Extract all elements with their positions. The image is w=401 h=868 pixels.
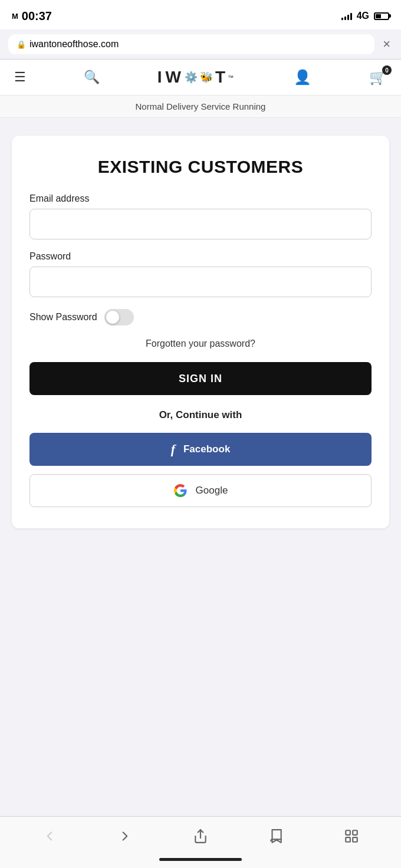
- logo-text: IW: [157, 68, 185, 87]
- svg-rect-4: [353, 837, 357, 842]
- account-icon[interactable]: 👤: [294, 69, 311, 86]
- svg-rect-1: [346, 830, 350, 835]
- google-icon: [173, 484, 188, 498]
- bookmarks-button[interactable]: [265, 825, 287, 847]
- search-icon[interactable]: 🔍: [84, 70, 100, 85]
- sign-in-button[interactable]: SIGN IN: [29, 362, 372, 395]
- cart-badge: 0: [382, 65, 392, 75]
- show-password-row: Show Password: [29, 309, 372, 326]
- show-password-label: Show Password: [29, 312, 97, 323]
- site-nav: ☰ 🔍 IW⚙️🐝T™ 👤 🛒 0: [0, 60, 401, 95]
- cart-wrapper[interactable]: 🛒 0: [369, 69, 387, 86]
- url-text: iwantoneofthose.com: [29, 39, 119, 50]
- delivery-banner: Normal Delivery Service Running: [0, 95, 401, 117]
- google-button[interactable]: Google: [29, 474, 372, 507]
- status-bar: M 00:37 4G: [0, 0, 401, 29]
- browser-bottom-nav: [0, 816, 401, 853]
- browser-bar: 🔒 iwantoneofthose.com ×: [0, 29, 401, 60]
- svg-rect-3: [346, 837, 350, 842]
- forgot-password-link[interactable]: Forgotten your password?: [29, 338, 372, 349]
- facebook-icon: f: [171, 442, 175, 457]
- logo-t: T: [215, 68, 226, 87]
- menu-icon[interactable]: ☰: [14, 70, 26, 85]
- facebook-button[interactable]: f Facebook: [29, 433, 372, 466]
- email-input[interactable]: [29, 209, 372, 239]
- home-indicator: [0, 853, 401, 868]
- tabs-button[interactable]: [340, 825, 363, 847]
- login-card: EXISTING CUSTOMERS Email address Passwor…: [12, 136, 389, 528]
- battery-icon: [374, 12, 389, 20]
- back-button[interactable]: [38, 825, 61, 847]
- carrier-icon: M: [12, 12, 18, 21]
- home-bar: [159, 858, 242, 861]
- status-left: M 00:37: [12, 9, 52, 23]
- close-tab-button[interactable]: ×: [380, 37, 393, 52]
- status-right: 4G: [341, 11, 389, 21]
- password-input[interactable]: [29, 267, 372, 297]
- show-password-toggle[interactable]: [104, 309, 134, 326]
- url-bar[interactable]: 🔒 iwantoneofthose.com: [8, 34, 374, 54]
- main-content: EXISTING CUSTOMERS Email address Passwor…: [0, 118, 401, 816]
- page-title: EXISTING CUSTOMERS: [29, 157, 372, 177]
- or-divider: Or, Continue with: [29, 409, 372, 421]
- logo-tm: ™: [228, 74, 236, 81]
- site-header: ☰ 🔍 IW⚙️🐝T™ 👤 🛒 0 Normal Delivery Servic…: [0, 60, 401, 118]
- toggle-knob: [106, 311, 119, 324]
- password-label: Password: [29, 251, 372, 262]
- email-label: Email address: [29, 193, 372, 204]
- google-label: Google: [196, 485, 228, 497]
- site-logo[interactable]: IW⚙️🐝T™: [157, 68, 236, 87]
- network-type: 4G: [357, 11, 369, 21]
- share-button[interactable]: [189, 825, 212, 847]
- svg-rect-2: [353, 830, 357, 835]
- facebook-label: Facebook: [183, 443, 230, 455]
- lock-icon: 🔒: [17, 40, 26, 49]
- logo-bee: ⚙️🐝: [185, 71, 215, 84]
- forward-button[interactable]: [114, 825, 136, 847]
- signal-icon: [341, 12, 352, 20]
- status-time: 00:37: [22, 9, 52, 23]
